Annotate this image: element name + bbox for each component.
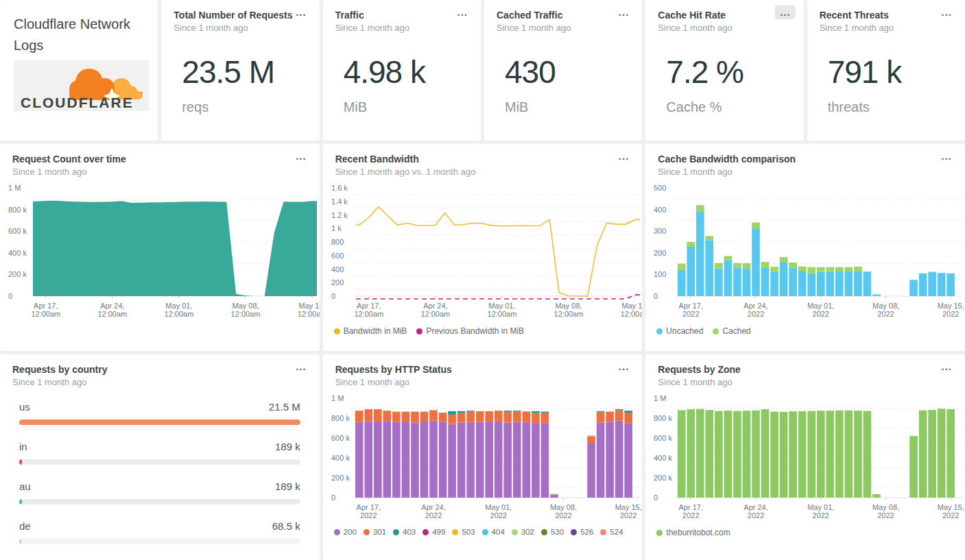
panel-menu-icon[interactable]: ... xyxy=(291,360,311,374)
svg-text:400: 400 xyxy=(654,206,666,214)
stat-value: 430 xyxy=(505,53,556,90)
stat-unit: reqs xyxy=(182,99,209,115)
header-card: Cloudflare Network Logs CLOUDFLARE ' xyxy=(0,0,158,141)
panel-cache-bandwidth: Cache Bandwidth comparison Since 1 month… xyxy=(645,144,965,351)
legend-item-Previous Bandwidth in MiB[interactable]: Previous Bandwidth in MiB xyxy=(416,326,524,336)
panel-menu-icon[interactable]: ... xyxy=(614,149,634,163)
panel-menu-icon[interactable]: ... xyxy=(291,149,311,163)
panel-title: Requests by country xyxy=(12,364,307,375)
svg-text:Apr 24,: Apr 24, xyxy=(423,302,447,310)
svg-text:200 k: 200 k xyxy=(654,474,672,482)
svg-text:1.6 k: 1.6 k xyxy=(331,184,348,192)
panel-title: Requests by Zone xyxy=(658,364,953,375)
cache-bandwidth-chart[interactable]: 5004003002001000Apr 17,2022Apr 24,2022Ma… xyxy=(645,182,965,325)
svg-text:800 k: 800 k xyxy=(8,206,27,214)
svg-text:12:00am: 12:00am xyxy=(165,310,194,318)
svg-text:Apr 17,: Apr 17, xyxy=(34,302,58,310)
legend-item-200[interactable]: 200 xyxy=(334,528,357,536)
stat-card-recent-threats: Recent Threats Since 1 month ago ... 791… xyxy=(807,0,965,141)
bandwidth-legend: Bandwidth in MiBPrevious Bandwidth in Mi… xyxy=(334,326,643,336)
country-row-us: us21.5 M xyxy=(19,401,300,425)
svg-text:2022: 2022 xyxy=(620,511,636,520)
svg-text:2022: 2022 xyxy=(942,511,959,520)
country-label: de xyxy=(19,520,31,532)
zone-chart[interactable]: 1 M800 k600 k400 k200 k0Apr 17,2022Apr 2… xyxy=(645,393,965,526)
svg-text:May 01,: May 01, xyxy=(808,302,835,310)
svg-text:12:00am: 12:00am xyxy=(487,310,516,318)
zone-legend: theburritobot.com xyxy=(656,528,965,537)
svg-text:Apr 17,: Apr 17, xyxy=(679,503,703,511)
legend-label: 530 xyxy=(551,528,564,536)
svg-text:May 08,: May 08, xyxy=(872,503,899,511)
dashboard: Cloudflare Network Logs CLOUDFLARE ' xyxy=(0,0,965,560)
card-title: Cache Hit Rate xyxy=(658,10,791,21)
svg-text:500: 500 xyxy=(654,184,666,192)
legend-label: 301 xyxy=(373,528,386,536)
legend-item-Cached[interactable]: Cached xyxy=(713,326,750,336)
legend-item-302[interactable]: 302 xyxy=(512,528,534,536)
legend-item-499[interactable]: 499 xyxy=(422,528,445,536)
svg-text:1 M: 1 M xyxy=(654,394,666,402)
svg-text:May 08,: May 08, xyxy=(232,302,259,310)
legend-item-404[interactable]: 404 xyxy=(482,528,505,536)
stat-card-total-requests: Total Number of Requests Since 1 month a… xyxy=(161,0,319,141)
svg-text:100: 100 xyxy=(654,270,666,278)
stat-value: 791 k xyxy=(828,53,902,90)
cache-legend: UncachedCached xyxy=(656,326,965,336)
legend-item-530[interactable]: 530 xyxy=(541,528,564,536)
svg-text:2022: 2022 xyxy=(748,310,764,318)
legend-label: 503 xyxy=(462,528,475,536)
card-menu-icon[interactable]: ... xyxy=(936,5,957,19)
panel-menu-icon[interactable]: ... xyxy=(936,360,957,374)
recent-bandwidth-chart[interactable]: 1.6 k1.4 k1.2 k1 k8006004002000Apr 17,12… xyxy=(323,182,643,325)
svg-text:May 08,: May 08, xyxy=(550,503,577,511)
panel-subtitle: Since 1 month ago vs. 1 month ago xyxy=(335,167,630,177)
panel-menu-icon[interactable]: ... xyxy=(614,360,634,374)
card-menu-icon[interactable]: ... xyxy=(775,5,796,19)
country-list: us21.5 Min189 kau189 kde68.5 k xyxy=(0,387,320,544)
svg-text:May 15,: May 15, xyxy=(938,503,964,511)
panel-title: Recent Bandwidth xyxy=(335,154,630,165)
legend-item-theburritobot.com[interactable]: theburritobot.com xyxy=(656,528,730,537)
country-value: 21.5 M xyxy=(269,401,300,413)
panel-menu-icon[interactable]: ... xyxy=(936,149,957,163)
legend-dot xyxy=(713,328,719,334)
svg-text:12:00am: 12:00am xyxy=(97,310,127,318)
svg-text:200: 200 xyxy=(654,249,666,257)
card-title: Total Number of Requests xyxy=(174,10,307,21)
svg-text:800: 800 xyxy=(331,238,344,246)
panel-subtitle: Since 1 month ago xyxy=(658,377,953,387)
legend-item-301[interactable]: 301 xyxy=(364,528,386,536)
legend-label: 524 xyxy=(610,528,623,536)
svg-text:600: 600 xyxy=(331,252,344,260)
legend-dot xyxy=(364,529,370,535)
country-bar-fill xyxy=(19,459,22,465)
stat-card-cache-hit-rate: Cache Hit Rate Since 1 month ago ... 7.2… xyxy=(645,0,803,141)
card-menu-icon[interactable]: ... xyxy=(452,5,473,19)
legend-item-Bandwidth in MiB[interactable]: Bandwidth in MiB xyxy=(334,326,407,336)
legend-item-526[interactable]: 526 xyxy=(571,528,593,536)
legend-item-403[interactable]: 403 xyxy=(393,528,416,536)
card-title: Traffic xyxy=(335,10,468,21)
svg-text:0: 0 xyxy=(654,292,658,300)
svg-text:1.2 k: 1.2 k xyxy=(331,211,348,219)
legend-label: Bandwidth in MiB xyxy=(344,326,407,336)
card-menu-icon[interactable]: ... xyxy=(614,5,634,19)
card-menu-icon[interactable]: ... xyxy=(291,5,311,19)
legend-label: Cached xyxy=(722,326,750,336)
legend-item-503[interactable]: 503 xyxy=(452,528,475,536)
svg-text:2022: 2022 xyxy=(878,310,894,318)
request-count-chart[interactable]: 1 M800 k600 k400 k200 k0Apr 17,12:00amAp… xyxy=(0,182,320,325)
stat-card-traffic: Traffic Since 1 month ago ... 4.98 k MiB xyxy=(323,0,481,141)
panel-requests-by-country: Requests by country Since 1 month ago ..… xyxy=(0,354,320,560)
legend-label: 526 xyxy=(580,528,593,536)
svg-text:Apr 24,: Apr 24, xyxy=(744,302,768,310)
legend-item-Uncached[interactable]: Uncached xyxy=(656,326,703,336)
svg-text:2022: 2022 xyxy=(490,511,506,520)
status-legend: 200301403499503404302530526524 xyxy=(334,528,643,536)
svg-text:May 08,: May 08, xyxy=(872,302,899,310)
http-status-chart[interactable]: 1 M800 k600 k400 k200 k0Apr 17,2022Apr 2… xyxy=(323,393,643,526)
legend-item-524[interactable]: 524 xyxy=(600,528,623,536)
legend-dot xyxy=(656,328,663,334)
legend-dot xyxy=(452,529,458,535)
